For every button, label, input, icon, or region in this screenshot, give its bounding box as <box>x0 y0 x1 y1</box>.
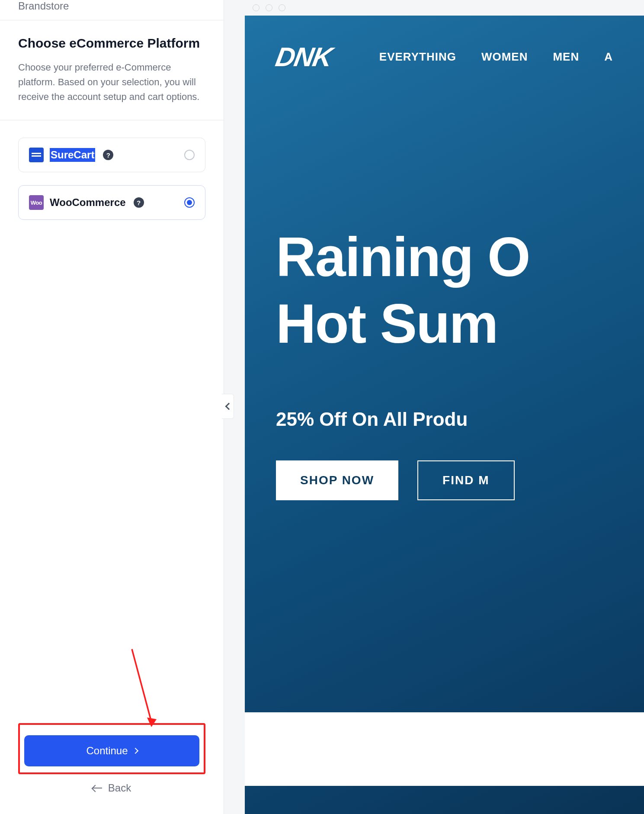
arrow-left-icon <box>93 788 102 788</box>
window-controls <box>245 0 644 16</box>
find-more-button[interactable]: FIND M <box>417 460 514 500</box>
window-dot-icon <box>279 4 285 11</box>
collapse-sidebar-button[interactable] <box>222 394 234 419</box>
continue-button[interactable]: Continue <box>24 735 199 766</box>
hero: Raining O Hot Sum 25% Off On All Produ S… <box>245 85 644 500</box>
chevron-right-icon <box>132 748 138 754</box>
woocommerce-icon: Woo <box>29 195 44 210</box>
nav-item-women[interactable]: WOMEN <box>481 50 528 64</box>
help-icon[interactable]: ? <box>103 150 113 160</box>
setup-sidebar: Brandstore Choose eCommerce Platform Cho… <box>0 0 224 814</box>
section-description: Choose your preferred e-Commerce platfor… <box>18 60 205 104</box>
option-label: SureCart <box>50 148 95 162</box>
breadcrumb: Brandstore <box>0 0 224 20</box>
hero-buttons: SHOP NOW FIND M <box>276 460 644 500</box>
nav-item-everything[interactable]: EVERYTHING <box>379 50 456 64</box>
chevron-left-icon <box>225 403 232 410</box>
option-label: WooCommerce <box>50 196 126 209</box>
hero-subtitle: 25% Off On All Produ <box>276 409 644 430</box>
preview-next-section <box>245 712 644 786</box>
platform-options: SureCart ? Woo WooCommerce ? <box>0 120 224 238</box>
preview-pane: DNK EVERYTHING WOMEN MEN A Raining O Hot… <box>224 0 644 814</box>
window-dot-icon <box>266 4 272 11</box>
surecart-icon <box>29 148 44 162</box>
nav-item-partial[interactable]: A <box>604 50 613 64</box>
nav-item-men[interactable]: MEN <box>553 50 579 64</box>
back-label: Back <box>108 782 131 794</box>
option-surecart[interactable]: SureCart ? <box>18 138 205 172</box>
brand-logo[interactable]: DNK <box>276 42 331 72</box>
site-header: DNK EVERYTHING WOMEN MEN A <box>245 16 644 85</box>
continue-label: Continue <box>86 745 128 757</box>
back-button[interactable]: Back <box>18 782 205 794</box>
section-header: Choose eCommerce Platform Choose your pr… <box>0 20 224 120</box>
annotation-highlight: Continue <box>18 723 205 774</box>
section-title: Choose eCommerce Platform <box>18 36 205 51</box>
site-preview: DNK EVERYTHING WOMEN MEN A Raining O Hot… <box>245 16 644 814</box>
radio-unchecked-icon[interactable] <box>184 150 195 160</box>
radio-checked-icon[interactable] <box>184 197 195 208</box>
hero-title: Raining O Hot Sum <box>276 224 644 357</box>
option-woocommerce[interactable]: Woo WooCommerce ? <box>18 185 205 220</box>
sidebar-footer: Continue Back <box>0 710 224 814</box>
primary-nav: EVERYTHING WOMEN MEN A <box>379 50 613 64</box>
window-dot-icon <box>253 4 260 11</box>
help-icon[interactable]: ? <box>134 197 144 208</box>
shop-now-button[interactable]: SHOP NOW <box>276 460 398 500</box>
